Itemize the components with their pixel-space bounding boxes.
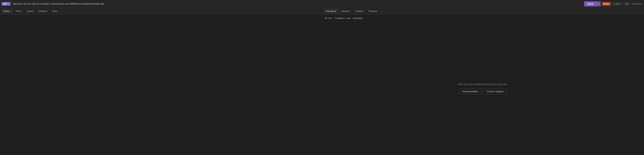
main-layout: Body ▾ Auth ▾ Query Headers Docs Preview xyxy=(0,8,644,155)
response-error-section: Error: Timeout was reached xyxy=(322,15,644,22)
help-buttons: Documentation Contact Support xyxy=(459,89,507,94)
send-button[interactable]: Send xyxy=(584,1,597,6)
right-panel: Preview ▾ Headers Cookies Timeline Error… xyxy=(322,8,644,155)
contact-support-button[interactable]: Contact Support xyxy=(483,89,507,94)
method-selector[interactable]: GET ▾ xyxy=(2,2,11,6)
send-group: Send ▾ xyxy=(584,1,601,6)
tab-response-headers-label: Headers xyxy=(341,10,350,12)
timestamp-label: Just Now xyxy=(632,2,641,5)
send-dropdown-button[interactable]: ▾ xyxy=(597,1,601,6)
tab-cookies-label: Cookies xyxy=(355,10,364,12)
timestamp: Just Now ▾ xyxy=(632,2,642,5)
tab-query[interactable]: Query xyxy=(25,9,36,14)
url-input[interactable] xyxy=(12,2,583,6)
top-bar: GET ▾ Send ▾ Error 1.25 m 0 B Just Now ▾ xyxy=(0,0,644,8)
tab-preview[interactable]: Preview ▾ xyxy=(324,9,338,14)
tab-preview-chevron-icon: ▾ xyxy=(335,10,336,12)
method-chevron-icon: ▾ xyxy=(8,3,9,5)
tab-cookies[interactable]: Cookies xyxy=(352,9,366,14)
method-label: GET xyxy=(3,2,8,5)
tab-auth-chevron-icon: ▾ xyxy=(21,10,22,12)
tab-docs[interactable]: Docs xyxy=(50,9,60,14)
timestamp-chevron-icon: ▾ xyxy=(642,2,642,5)
tab-auth-label: Auth xyxy=(16,10,21,12)
tab-docs-label: Docs xyxy=(52,10,58,12)
error-badge: Error xyxy=(602,2,611,6)
tab-query-label: Query xyxy=(27,10,33,12)
left-tabs-bar: Body ▾ Auth ▾ Query Headers Docs xyxy=(0,8,322,15)
help-section: Here are some additional things that may… xyxy=(322,22,644,155)
left-content-area xyxy=(0,15,322,155)
tab-timeline-label: Timeline xyxy=(368,10,377,12)
tab-body[interactable]: Body ▾ xyxy=(2,9,13,14)
tab-body-chevron-icon: ▾ xyxy=(10,10,11,12)
left-panel: Body ▾ Auth ▾ Query Headers Docs xyxy=(0,8,322,155)
tab-response-headers[interactable]: Headers xyxy=(339,9,352,14)
response-error-message: Error: Timeout was reached xyxy=(325,17,362,20)
tab-headers-label: Headers xyxy=(38,10,47,12)
help-text: Here are some additional things that may… xyxy=(458,83,508,86)
size-stat-badge: 0 B xyxy=(624,2,630,6)
tab-preview-label: Preview xyxy=(326,10,334,12)
tab-timeline[interactable]: Timeline xyxy=(366,9,380,14)
tab-body-label: Body xyxy=(4,10,9,12)
documentation-button[interactable]: Documentation xyxy=(459,89,482,94)
tab-headers[interactable]: Headers xyxy=(36,9,50,14)
right-tabs-bar: Preview ▾ Headers Cookies Timeline xyxy=(322,8,644,15)
time-stat-badge: 1.25 m xyxy=(612,2,622,6)
tab-auth[interactable]: Auth ▾ xyxy=(14,9,24,14)
